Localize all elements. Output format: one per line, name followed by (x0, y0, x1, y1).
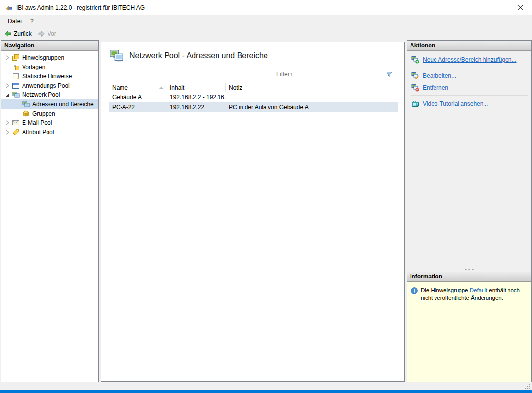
separator (411, 68, 528, 68)
column-header-label: Inhalt (170, 84, 184, 91)
address-table: Name Inhalt Notiz Gebäude A 192.168.2.2 … (109, 83, 398, 112)
resize-grip[interactable] (525, 384, 530, 389)
default-group-link[interactable]: Default (470, 287, 487, 293)
forward-arrow-icon (38, 30, 46, 38)
nav-item-label: Adressen und Bereiche (32, 101, 94, 108)
cell-name: PC-A-22 (109, 104, 167, 111)
maximize-button[interactable] (486, 0, 509, 15)
nav-item-anwendungs-pool[interactable]: Anwendungs Pool (1, 81, 98, 90)
action-label: Entfernen (423, 84, 448, 91)
column-header-notiz[interactable]: Notiz (226, 83, 398, 92)
application-pool-icon (12, 82, 20, 90)
remove-action[interactable]: Entfernen (407, 82, 531, 93)
right-panel: Aktionen Neue Adresse/Bereich hinzufügen… (407, 40, 532, 382)
title-bar: IBI-aws Admin 1.22.0 - registriert für I… (0, 0, 532, 15)
page-header: Netzwerk Pool - Adressen und Bereiche (101, 42, 404, 63)
status-bar (0, 383, 532, 390)
add-address-action[interactable]: Neue Adresse/Bereich hinzufügen... (407, 54, 531, 66)
splitter-grip[interactable] (465, 269, 473, 270)
chevron-right-icon[interactable] (4, 82, 11, 89)
addresses-icon (22, 100, 30, 108)
chevron-right-icon[interactable] (4, 119, 11, 126)
add-address-icon (411, 56, 419, 64)
column-header-label: Notiz (229, 84, 242, 91)
table-header: Name Inhalt Notiz (109, 83, 398, 92)
filter-funnel-icon[interactable] (386, 70, 393, 78)
templates-icon (12, 63, 20, 71)
column-header-name[interactable]: Name (109, 83, 167, 92)
back-button-label: Zurück (14, 30, 32, 37)
cell-inhalt: 192.168.2.22 (167, 104, 226, 111)
nav-item-vorlagen[interactable]: Vorlagen (1, 62, 98, 71)
info-text-before: Die Hinweisgruppe (421, 287, 470, 293)
navigation-tree: Hinweisgruppen Vorlagen Statische Hinwei… (1, 51, 98, 137)
nav-item-email-pool[interactable]: E-Mail Pool (1, 118, 98, 127)
page-title: Netzwerk Pool - Adressen und Bereiche (129, 51, 268, 60)
nav-item-adressen-und-bereiche[interactable]: Adressen und Bereiche (1, 99, 98, 109)
menu-item-help[interactable]: ? (26, 16, 38, 26)
actions-panel-header: Aktionen (407, 41, 531, 51)
column-header-inhalt[interactable]: Inhalt (167, 83, 226, 92)
information-panel-title: Information (410, 273, 442, 280)
nav-item-gruppen[interactable]: Gruppen (1, 109, 98, 118)
back-arrow-icon (4, 30, 12, 38)
back-button[interactable]: Zurück (4, 30, 32, 38)
forward-button-label: Vor (48, 30, 56, 37)
filter-input[interactable] (273, 70, 386, 78)
toolbar: Zurück Vor (0, 27, 532, 40)
menu-item-datei[interactable]: Datei (3, 16, 26, 26)
separator (411, 95, 528, 96)
action-label: Bearbeiten... (423, 72, 456, 79)
groups-icon (22, 110, 30, 117)
nav-item-label: Anwendungs Pool (22, 82, 70, 89)
information-content: Die Hinweisgruppe Default enthält noch n… (407, 282, 531, 382)
nav-item-netzwerk-pool[interactable]: Netzwerk Pool (1, 90, 98, 99)
static-notices-icon (12, 72, 20, 80)
app-icon (5, 4, 13, 12)
forward-button[interactable]: Vor (38, 30, 56, 38)
chevron-spacer (4, 64, 11, 70)
chevron-right-icon[interactable] (4, 54, 11, 61)
actions-list: Neue Adresse/Bereich hinzufügen... Bearb… (407, 51, 531, 272)
video-tutorial-action[interactable]: Video-Tutorial ansehen... (407, 98, 531, 110)
nav-item-label: Gruppen (32, 110, 55, 117)
information-panel-header: Information (407, 272, 531, 282)
navigation-panel-header: Navigation (1, 41, 98, 51)
action-label: Neue Adresse/Bereich hinzufügen... (423, 56, 516, 63)
hint-groups-icon (12, 54, 20, 62)
cell-notiz: PC in der Aula von Gebäude A (226, 104, 398, 111)
window-title: IBI-aws Admin 1.22.0 - registriert für I… (16, 4, 145, 11)
nav-item-label: Vorlagen (22, 64, 45, 70)
filter-box (273, 69, 395, 79)
nav-item-label: E-Mail Pool (22, 119, 52, 126)
actions-panel-title: Aktionen (410, 42, 435, 49)
edit-action[interactable]: Bearbeiten... (407, 70, 531, 82)
main-content-card: Netzwerk Pool - Adressen und Bereiche Na… (101, 42, 405, 382)
filter-row (109, 69, 395, 79)
chevron-right-icon[interactable] (4, 129, 11, 136)
sort-ascending-icon (159, 87, 163, 89)
navigation-panel-title: Navigation (4, 42, 34, 49)
app-window: { "window": { "title": "IBI-aws Admin 1.… (0, 0, 532, 393)
action-label: Video-Tutorial ansehen... (423, 100, 488, 107)
nav-item-label: Attribut Pool (22, 129, 54, 136)
nav-item-attribut-pool[interactable]: Attribut Pool (1, 127, 98, 137)
video-tutorial-icon (411, 100, 419, 108)
minimize-button[interactable] (464, 0, 486, 15)
close-icon (517, 5, 523, 11)
chevron-expanded-icon[interactable] (4, 92, 11, 98)
close-button[interactable] (509, 0, 532, 15)
remove-address-icon (411, 84, 419, 92)
cell-name: Gebäude A (109, 94, 167, 101)
nav-item-hinweisgruppen[interactable]: Hinweisgruppen (1, 53, 98, 62)
table-row[interactable]: Gebäude A 192.168.2.2 - 192.16... (109, 92, 398, 102)
minimize-icon (473, 8, 478, 8)
menu-bar: Datei ? (0, 15, 532, 27)
info-icon (411, 287, 418, 294)
network-pool-icon (109, 48, 124, 63)
nav-item-statische-hinweise[interactable]: Statische Hinweise (1, 71, 98, 81)
nav-item-label: Statische Hinweise (22, 73, 72, 80)
column-header-label: Name (112, 84, 128, 91)
main-area: Netzwerk Pool - Adressen und Bereiche Na… (100, 40, 406, 382)
table-row[interactable]: PC-A-22 192.168.2.22 PC in der Aula von … (109, 102, 398, 112)
